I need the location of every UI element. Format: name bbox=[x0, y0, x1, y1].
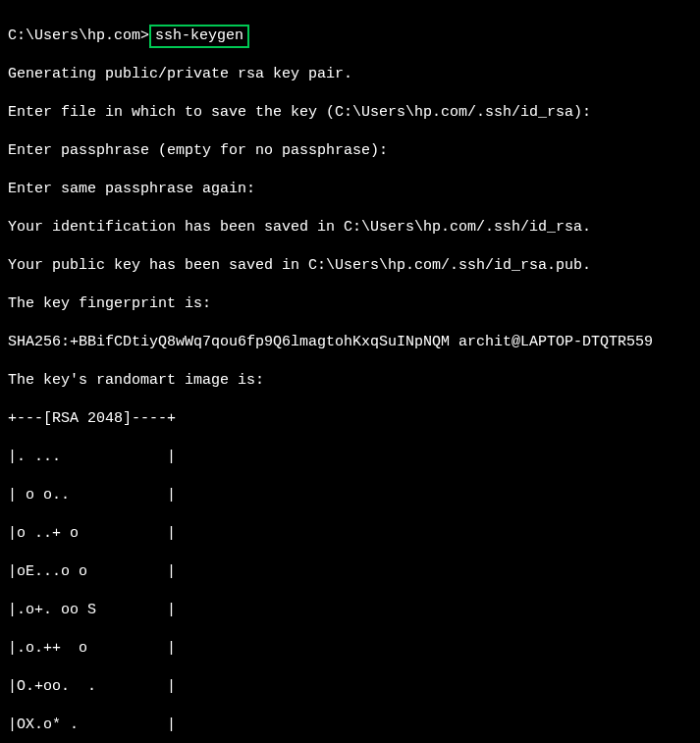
randomart-line: |OX.o* . | bbox=[8, 716, 692, 735]
terminal-output[interactable]: C:\Users\hp.com>ssh-keygen Generating pu… bbox=[8, 8, 692, 743]
output-line: Enter same passphrase again: bbox=[8, 180, 692, 199]
randomart-line: |o ..+ o | bbox=[8, 524, 692, 544]
ssh-keygen-command: ssh-keygen bbox=[155, 27, 243, 44]
output-line: SHA256:+BBifCDtiyQ8wWq7qou6fp9Q6lmagtohK… bbox=[8, 333, 692, 352]
randomart-line: +---[RSA 2048]----+ bbox=[8, 409, 692, 429]
randomart-line: | o o.. | bbox=[8, 486, 692, 505]
output-line: Your identification has been saved in C:… bbox=[8, 218, 692, 238]
randomart-line: |O.+oo. . | bbox=[8, 677, 692, 697]
output-line: The key's randomart image is: bbox=[8, 371, 692, 391]
prompt: C:\Users\hp.com> bbox=[8, 27, 149, 46]
output-line: Enter passphrase (empty for no passphras… bbox=[8, 141, 692, 161]
randomart-line: |oE...o o | bbox=[8, 562, 692, 582]
randomart-line: |.o+. oo S | bbox=[8, 601, 692, 620]
output-line: Generating public/private rsa key pair. bbox=[8, 65, 692, 84]
output-line: The key fingerprint is: bbox=[8, 294, 692, 314]
output-line: Enter file in which to save the key (C:\… bbox=[8, 103, 692, 123]
randomart-line: |. ... | bbox=[8, 448, 692, 467]
command-highlight: ssh-keygen bbox=[149, 25, 249, 48]
output-line: Your public key has been saved in C:\Use… bbox=[8, 256, 692, 276]
randomart-line: |.o.++ o | bbox=[8, 639, 692, 659]
